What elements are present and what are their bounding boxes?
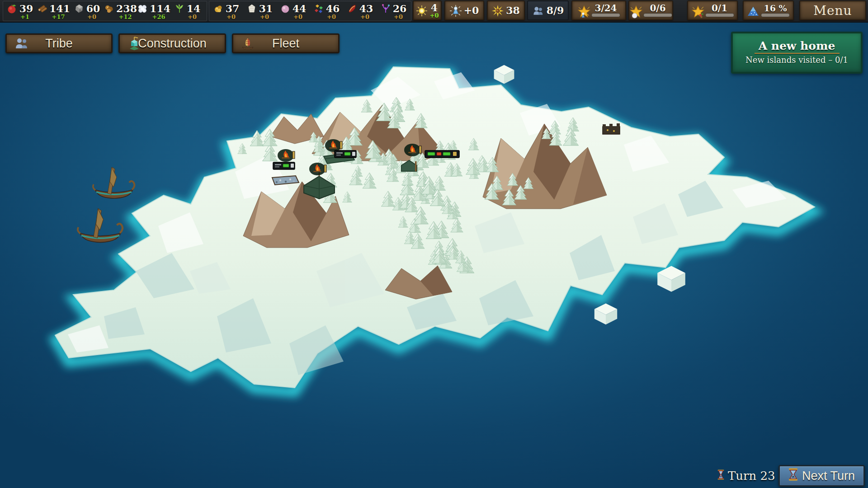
ice-value: 16 % — [764, 4, 787, 13]
quest-star-progress — [591, 13, 620, 17]
quest-star-panel-pupils[interactable]: 3/24 — [571, 0, 626, 20]
resource-value: 37 — [226, 4, 240, 14]
herbs-icon — [174, 3, 185, 14]
pepper-icon — [347, 3, 358, 14]
population-panel[interactable]: 8/9 — [527, 0, 569, 20]
island[interactable] — [55, 67, 815, 388]
resource-value: 39 — [19, 4, 33, 14]
resource-value: 44 — [292, 4, 307, 14]
star-flora-icon — [691, 5, 702, 16]
resource-delta: +0 — [178, 14, 197, 20]
resource-delta: +12 — [109, 14, 132, 20]
resource-value: 141 — [49, 4, 70, 14]
resource-group-goods: 37 +0 31 +0 44 +0 46 +0 43 +0 26 +0 — [209, 1, 411, 21]
menu-button[interactable]: Menu — [799, 0, 866, 20]
resource-cotton[interactable]: 114 +26 — [137, 3, 170, 20]
resource-value: 31 — [259, 4, 273, 14]
wool-icon — [246, 3, 257, 14]
resource-delta: +0 — [283, 14, 302, 20]
resource-value: 14 — [187, 4, 201, 14]
resource-value: 60 — [86, 4, 100, 14]
building-label[interactable] — [425, 150, 459, 158]
resource-berries[interactable]: 44 +0 — [276, 3, 310, 20]
frost-spirit-panel[interactable]: +0 — [444, 0, 484, 20]
star-snowball-icon — [629, 5, 640, 16]
game-viewport: { "topbar": { "resources": [ {"name": "a… — [0, 0, 868, 488]
ice-pile-icon — [747, 5, 758, 16]
gold-icon — [213, 3, 224, 14]
light-value: 4 — [431, 3, 438, 13]
berries-icon — [280, 3, 291, 14]
resource-gold[interactable]: 37 +0 — [209, 3, 243, 20]
resource-delta: +0 — [384, 14, 403, 20]
frost-value: +0 — [464, 5, 479, 15]
ruin — [603, 123, 620, 134]
stone-icon — [74, 3, 85, 14]
resource-gems[interactable]: 46 +0 — [310, 3, 343, 20]
quest-star-progress — [705, 13, 734, 17]
resource-delta: +0 — [77, 14, 96, 20]
blast-panel[interactable]: 38 — [487, 0, 525, 20]
resource-delta: +0 — [317, 14, 336, 20]
light-panel[interactable]: 4 +0 — [413, 0, 442, 20]
resource-delta: +0 — [350, 14, 369, 20]
resource-delta: +26 — [142, 14, 165, 20]
quest-star-value: 3/24 — [594, 4, 617, 13]
ice-progress-panel[interactable]: 16 % — [743, 0, 794, 20]
resource-delta: +17 — [42, 14, 65, 20]
apple-icon — [7, 3, 18, 14]
resource-group-raw: 39 +1 141 +17 60 +0 238 +12 114 +26 14 +… — [3, 1, 207, 21]
cotton-icon — [137, 3, 148, 14]
resource-value: 43 — [359, 4, 373, 14]
resource-value: 46 — [326, 4, 340, 14]
resource-bar: 39 +1 141 +17 60 +0 238 +12 114 +26 14 +… — [0, 0, 868, 23]
resource-delta: +0 — [217, 14, 236, 20]
resource-coral[interactable]: 26 +0 — [377, 3, 410, 20]
light-delta: +0 — [430, 13, 439, 19]
resource-logs[interactable]: 141 +17 — [37, 3, 70, 20]
resource-value: 114 — [150, 4, 170, 14]
blast-value: 38 — [506, 5, 520, 15]
building-label[interactable] — [273, 162, 295, 169]
frost-spirit-icon — [450, 5, 461, 16]
ice-progress — [761, 13, 790, 17]
population-icon — [532, 5, 543, 16]
quest-star-value: 0/1 — [712, 4, 727, 13]
quest-star-panel-flora[interactable]: 0/1 — [687, 0, 738, 20]
resource-herbs[interactable]: 14 +0 — [170, 3, 204, 20]
menu-label: Menu — [813, 3, 852, 18]
resource-stone[interactable]: 60 +0 — [70, 3, 104, 20]
resource-amber[interactable]: 238 +12 — [104, 3, 137, 20]
population-value: 8/9 — [547, 5, 564, 15]
blast-icon — [492, 5, 503, 16]
gems-icon — [313, 3, 324, 14]
resource-delta: +1 — [10, 14, 29, 20]
resource-value: 26 — [393, 4, 407, 14]
fleet-boat[interactable] — [93, 167, 135, 198]
sun-burst-icon — [416, 5, 427, 16]
star-pupil-icon — [577, 5, 588, 16]
coral-icon — [380, 3, 391, 14]
resource-apples[interactable]: 39 +1 — [3, 3, 37, 20]
island-scene — [0, 0, 868, 488]
quest-star-panel-snow[interactable]: 0/6 — [628, 0, 673, 20]
logs-icon — [37, 3, 47, 14]
resource-wool[interactable]: 31 +0 — [243, 3, 276, 20]
resource-value: 238 — [116, 4, 137, 14]
fleet-boat[interactable] — [78, 209, 123, 243]
quest-star-progress — [643, 13, 672, 17]
resource-peppers[interactable]: 43 +0 — [343, 3, 377, 20]
quest-star-value: 0/6 — [650, 4, 665, 13]
amber-ore-icon — [104, 3, 114, 14]
resource-delta: +0 — [250, 14, 269, 20]
building-label[interactable] — [335, 150, 356, 158]
